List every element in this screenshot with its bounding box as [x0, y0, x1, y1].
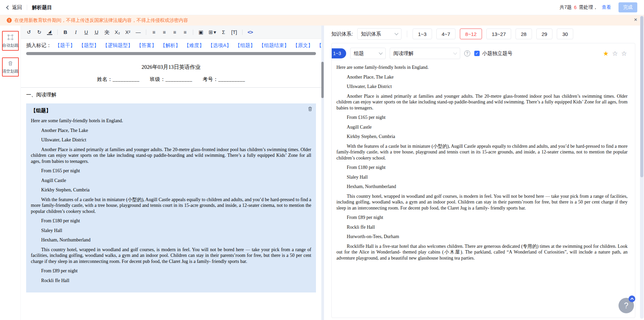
- passage-paragraph: From £180 per night: [31, 218, 311, 224]
- range-button[interactable]: 8~12: [460, 29, 482, 39]
- format-clear-icon[interactable]: ◢: [47, 29, 52, 35]
- passage-paragraph: From £165 per night: [31, 168, 311, 174]
- star-empty-icon[interactable]: ☆: [612, 50, 618, 57]
- finish-button[interactable]: 完成: [619, 2, 637, 12]
- marquee-select-icon: [7, 34, 13, 40]
- insert-tag[interactable]: 【难度】: [184, 42, 204, 49]
- window-scrollbar-track: [640, 15, 644, 319]
- group-tag-label: 【组题】: [31, 107, 311, 114]
- difficulty-stars: ★ ☆ ☆: [603, 50, 629, 57]
- checkbox-label: 小题独立题号: [482, 50, 513, 57]
- underline-icon[interactable]: U: [84, 29, 89, 35]
- editor-toolbar: ↺↻◢BIUU文X₂X²—≡≡≡≡▣⊞ ▾Σ[T]<>: [21, 26, 321, 39]
- block-trash-icon[interactable]: [308, 106, 313, 113]
- knowledge-select[interactable]: 知识体系: [357, 28, 401, 40]
- passage-paragraph: With the features of a castle but in min…: [336, 143, 628, 161]
- range-button[interactable]: 30: [557, 29, 573, 39]
- collapse-badge[interactable]: [629, 295, 635, 302]
- formula-icon[interactable]: Σ: [221, 29, 226, 35]
- passage-paragraph: Rockli ffe Hall: [31, 278, 311, 284]
- insert-tag[interactable]: 【题型】: [79, 42, 99, 49]
- code-icon[interactable]: <>: [248, 29, 253, 35]
- toolbar-divider: [193, 30, 193, 35]
- passage-paragraph: Ullswater, Lake District: [336, 84, 628, 90]
- editor-vertical-scrollbar[interactable]: [321, 62, 324, 98]
- insert-tag[interactable]: 【组题结束】: [259, 42, 289, 49]
- filter-row: 知识体系: 知识体系 1~34~78~1213~27282930: [331, 26, 635, 42]
- bold-icon[interactable]: B: [63, 29, 68, 35]
- image-icon[interactable]: ▣: [198, 29, 204, 35]
- insert-tag[interactable]: 【选项A】: [208, 42, 231, 49]
- range-button[interactable]: 1~3: [413, 29, 432, 39]
- toolbar-divider: [242, 30, 243, 35]
- horizontal-rule-icon[interactable]: —: [136, 29, 141, 35]
- insert-tag[interactable]: 【组题】: [235, 42, 255, 49]
- passage-paragraph: From £180 per night: [336, 165, 628, 171]
- main-area: 自动划题 清空划题 ↺↻◢BIUU文X₂X²—≡≡≡≡▣⊞ ▾Σ[T]<> 插入…: [0, 26, 644, 320]
- table-icon[interactable]: ⊞ ▾: [209, 29, 216, 35]
- horizontal-scrollbar[interactable]: [26, 52, 316, 55]
- align-justify-icon[interactable]: ≡: [182, 29, 188, 35]
- range-button[interactable]: 28: [516, 29, 532, 39]
- help-icon[interactable]: ?: [464, 50, 470, 56]
- passage-paragraph: With the features of a castle but in min…: [31, 197, 311, 215]
- question-stats-suffix: 需处理，: [579, 4, 598, 10]
- passage-paragraph: Slaley Hall: [336, 174, 628, 180]
- align-center-icon[interactable]: ≡: [162, 29, 167, 35]
- question-type-select[interactable]: 组题: [350, 48, 386, 59]
- insert-tag[interactable]: 【原文】: [293, 42, 313, 49]
- insert-tag[interactable]: 【解析】: [160, 42, 180, 49]
- insert-tag[interactable]: 【逻辑题型】: [103, 42, 133, 49]
- range-button[interactable]: 13~27: [486, 29, 511, 39]
- strikethrough-icon[interactable]: 文: [104, 29, 110, 35]
- insert-label: 插入标记：: [26, 42, 51, 49]
- back-label: 返回: [12, 4, 22, 11]
- insert-tag[interactable]: 【答案】: [137, 42, 157, 49]
- question-category-select[interactable]: 阅读理解: [390, 48, 460, 59]
- range-button[interactable]: 29: [536, 29, 553, 39]
- top-bar: 返回 解析题目 共7题 6 需处理， 查看 完成: [0, 0, 644, 15]
- align-left-icon[interactable]: ≡: [151, 29, 157, 35]
- star-filled-icon[interactable]: ★: [603, 50, 609, 57]
- knowledge-filter-label: 知识体系:: [331, 31, 353, 37]
- back-button[interactable]: 返回: [7, 4, 22, 11]
- passage-paragraph: From £89 per night: [336, 215, 628, 221]
- window-scrollbar-thumb[interactable]: [640, 16, 643, 177]
- passage-paragraph: Another Place, The Lake: [31, 128, 311, 134]
- undo-icon[interactable]: ↺: [26, 29, 32, 35]
- question-category-value: 阅读理解: [393, 50, 414, 57]
- view-link[interactable]: 查看: [602, 4, 611, 10]
- italic-icon[interactable]: I: [73, 29, 78, 35]
- chevron-left-icon: [6, 5, 10, 10]
- banner-close-icon[interactable]: ×: [634, 16, 637, 23]
- left-rail: 自动划题 清空划题: [0, 26, 21, 320]
- filter-divider: [407, 31, 407, 37]
- star-empty-icon[interactable]: ☆: [621, 50, 627, 57]
- auto-mark-button[interactable]: 自动划题: [2, 31, 19, 51]
- question-type-value: 组题: [354, 50, 364, 57]
- auto-mark-label: 自动划题: [2, 43, 18, 48]
- knowledge-select-value: 知识体系: [361, 31, 381, 37]
- range-buttons: 1~34~78~1213~27282930: [413, 29, 573, 39]
- clear-mark-button[interactable]: 清空划题: [2, 57, 19, 77]
- redo-icon[interactable]: ↻: [37, 29, 42, 35]
- group-question-block[interactable]: 【组题】 Here are some family-friendly hotel…: [26, 103, 316, 292]
- insert-tag[interactable]: 【题干】: [55, 42, 75, 49]
- document-name-line: 姓名：__________ 班级：__________ 考号：_________…: [26, 76, 316, 83]
- passage-paragraph: Kirkby Stephen, Cumbria: [336, 134, 628, 140]
- textbox-icon[interactable]: [T]: [231, 29, 237, 35]
- independent-number-checkbox[interactable]: ✓ 小题独立题号: [474, 50, 513, 57]
- subscript-icon[interactable]: X₂: [115, 29, 120, 35]
- underline-dotted-icon[interactable]: U: [94, 29, 99, 35]
- warning-banner: ! 在使用新教育软件期间，不得上传违反国家法律法规内容，不得上传侵权或涉密内容 …: [0, 15, 644, 26]
- range-button[interactable]: 4~7: [436, 29, 455, 39]
- warning-icon: !: [7, 18, 12, 23]
- help-fab-button[interactable]: ?: [619, 298, 634, 313]
- align-right-icon[interactable]: ≡: [172, 29, 177, 35]
- document-body[interactable]: 2026年03月13日英语作业 姓名：__________ 班级：_______…: [21, 55, 321, 320]
- checkbox-check-icon: ✓: [474, 51, 480, 56]
- insert-tag[interactable]: 【译文】: [317, 42, 321, 49]
- passage-paragraph: This country hotel, wrapped in woodland …: [31, 247, 311, 265]
- superscript-icon[interactable]: X²: [125, 29, 130, 35]
- question-card: 1~3 组题 阅读理解 ? ✓ 小题独立题号 ★ ☆ ☆: [331, 43, 635, 318]
